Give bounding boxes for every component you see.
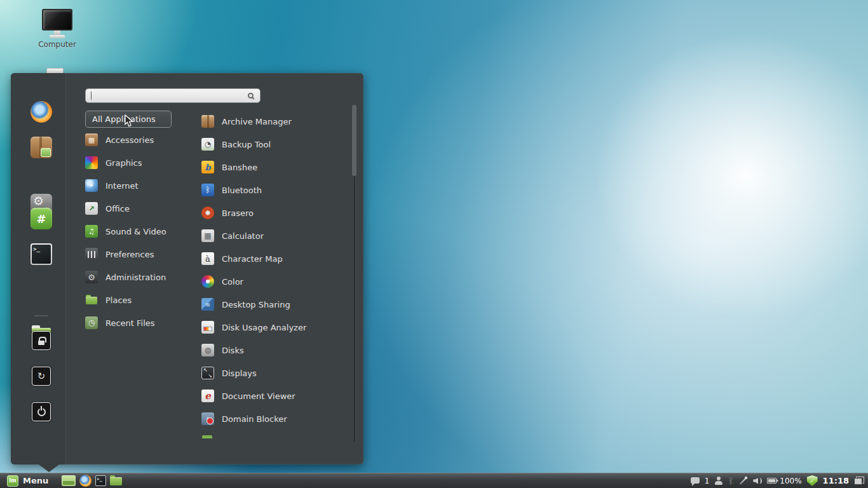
archive-manager-icon xyxy=(201,115,214,128)
recent-files-icon xyxy=(85,316,98,329)
app-disks[interactable]: Disks xyxy=(201,339,351,362)
window-list-icon[interactable] xyxy=(854,477,864,485)
app-color[interactable]: Color xyxy=(201,270,351,293)
app-disk-usage-analyzer[interactable]: Disk Usage Analyzer xyxy=(201,316,351,339)
battery-percent[interactable]: 100% xyxy=(780,477,801,485)
computer-monitor-icon xyxy=(42,9,72,30)
notifications-icon[interactable] xyxy=(691,477,700,484)
clock[interactable]: 11:18 xyxy=(823,476,849,485)
app-label: Calculator xyxy=(222,231,264,241)
shutdown-button[interactable] xyxy=(32,402,51,421)
app-label: Archive Manager xyxy=(222,117,292,126)
bottom-panel: Menu 1 100% 11:18 xyxy=(0,473,868,488)
show-desktop-icon xyxy=(62,475,76,486)
scrollbar-thumb[interactable] xyxy=(352,105,356,176)
app-bluetooth[interactable]: Bluetooth xyxy=(201,179,351,201)
search-input[interactable] xyxy=(85,88,261,103)
mint-menu-popup: All Applications Accessories Graphics In… xyxy=(11,73,363,464)
mint-logo-icon xyxy=(7,475,18,487)
brasero-icon xyxy=(201,207,214,219)
app-displays[interactable]: Displays xyxy=(201,362,351,384)
app-label: Desktop Sharing xyxy=(222,300,290,309)
computer-monitor-base xyxy=(50,35,65,38)
app-banshee[interactable]: Banshee xyxy=(201,156,351,179)
favorites-sidebar xyxy=(11,73,66,464)
mouse-cursor xyxy=(125,114,134,130)
menu-button[interactable]: Menu xyxy=(3,473,60,488)
files-launcher[interactable] xyxy=(108,473,124,488)
partially-visible-app-icon xyxy=(202,435,212,438)
app-desktop-sharing[interactable]: Desktop Sharing xyxy=(201,293,351,316)
category-accessories[interactable]: Accessories xyxy=(85,128,200,151)
category-sound-video[interactable]: Sound & Video xyxy=(85,220,200,243)
firefox-launcher[interactable] xyxy=(78,473,93,488)
category-recent-files[interactable]: Recent Files xyxy=(85,311,200,334)
logout-icon xyxy=(37,372,46,381)
battery-icon[interactable] xyxy=(767,478,776,484)
folder-icon xyxy=(110,477,122,486)
places-icon xyxy=(85,294,98,306)
terminal-icon[interactable] xyxy=(31,243,52,265)
app-label: Character Map xyxy=(222,254,283,264)
text-caret xyxy=(91,92,92,100)
network-tray-icon[interactable] xyxy=(738,476,748,485)
category-label: Accessories xyxy=(105,135,154,145)
software-manager-icon[interactable] xyxy=(31,137,52,158)
category-graphics[interactable]: Graphics xyxy=(85,151,200,174)
terminal-icon xyxy=(95,475,106,486)
disks-icon xyxy=(201,344,214,356)
update-manager-shield-icon[interactable] xyxy=(807,475,818,486)
app-label: Disks xyxy=(222,346,244,355)
app-label: Displays xyxy=(222,369,257,378)
notifications-count[interactable]: 1 xyxy=(705,477,710,485)
app-brasero[interactable]: Brasero xyxy=(201,201,351,224)
hexchat-icon[interactable] xyxy=(31,208,52,229)
app-label: Brasero xyxy=(222,208,254,218)
category-label: Places xyxy=(105,295,132,305)
app-label: Banshee xyxy=(222,163,257,172)
administration-icon xyxy=(85,271,98,283)
graphics-icon xyxy=(85,156,98,169)
app-label: Backup Tool xyxy=(222,140,271,149)
sidebar-separator xyxy=(34,315,48,316)
disk-usage-analyzer-icon xyxy=(201,321,214,334)
category-label: Graphics xyxy=(105,158,142,168)
app-document-viewer[interactable]: Document Viewer xyxy=(201,384,351,407)
app-domain-blocker[interactable]: Domain Blocker xyxy=(201,407,351,430)
app-label: Bluetooth xyxy=(222,186,262,195)
calculator-icon xyxy=(201,229,214,242)
firefox-icon[interactable] xyxy=(31,101,52,123)
bluetooth-tray-icon[interactable] xyxy=(728,477,733,485)
color-icon xyxy=(201,275,214,288)
show-desktop-button[interactable] xyxy=(60,473,78,488)
category-internet[interactable]: Internet xyxy=(85,174,200,197)
app-label: Disk Usage Analyzer xyxy=(222,323,306,332)
firefox-icon xyxy=(79,475,92,487)
character-map-icon xyxy=(201,252,214,265)
app-label: Document Viewer xyxy=(222,391,295,401)
app-character-map[interactable]: Character Map xyxy=(201,247,351,270)
application-list: Archive Manager Backup Tool Banshee Blue… xyxy=(201,110,351,430)
terminal-launcher[interactable] xyxy=(93,473,108,488)
category-preferences[interactable]: Preferences xyxy=(85,243,200,266)
preferences-icon xyxy=(85,248,98,261)
desktop-sharing-icon xyxy=(201,298,214,311)
app-calculator[interactable]: Calculator xyxy=(201,224,351,247)
lock-icon xyxy=(38,341,44,345)
user-applet-icon[interactable] xyxy=(714,477,723,485)
category-office[interactable]: Office xyxy=(85,197,200,220)
desktop-wallpaper: Computer All Applications xyxy=(0,0,868,488)
app-backup-tool[interactable]: Backup Tool xyxy=(201,133,351,156)
category-administration[interactable]: Administration xyxy=(85,266,200,288)
menu-pointer-tail xyxy=(39,464,59,472)
computer-icon-label: Computer xyxy=(34,40,80,49)
volume-icon[interactable] xyxy=(753,477,762,485)
lock-screen-button[interactable] xyxy=(32,331,51,350)
category-places[interactable]: Places xyxy=(85,288,200,311)
app-archive-manager[interactable]: Archive Manager xyxy=(201,110,351,133)
desktop-icon-computer[interactable]: Computer xyxy=(34,9,80,49)
office-icon xyxy=(85,202,98,215)
logout-button[interactable] xyxy=(32,367,51,386)
category-list: Accessories Graphics Internet Office Sou… xyxy=(85,128,200,334)
menu-button-label: Menu xyxy=(23,476,48,485)
